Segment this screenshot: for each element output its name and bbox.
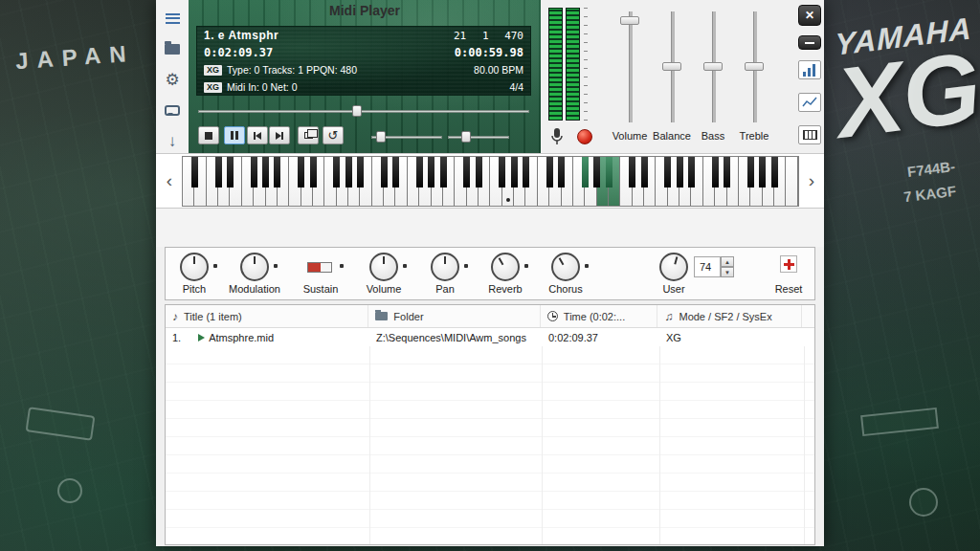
left-toolbar: ⚙ ↓ — [156, 0, 189, 153]
table-row[interactable]: 1. Atmsphre.mid Z:\Sequences\MIDI\Awm_so… — [166, 328, 814, 346]
slider-thumb[interactable] — [376, 131, 386, 143]
piano-black-key[interactable] — [251, 157, 257, 187]
step-up-icon[interactable]: ▲ — [721, 256, 734, 267]
bass-thumb[interactable] — [703, 62, 723, 71]
microphone-button[interactable] — [549, 127, 565, 145]
piano-black-key[interactable] — [523, 157, 529, 187]
user-stepper[interactable]: ▲▼ — [721, 256, 734, 277]
sustain-switch[interactable] — [307, 262, 332, 273]
close-button[interactable]: ✕ — [798, 5, 821, 26]
settings-button[interactable]: ⚙ — [160, 67, 185, 92]
user-knob[interactable] — [659, 253, 688, 281]
piano-black-key[interactable] — [606, 157, 612, 187]
progress-thumb[interactable] — [352, 105, 362, 117]
bar-chart-view-button[interactable] — [798, 60, 821, 79]
duplicate-window-button[interactable] — [298, 126, 319, 144]
volume-thumb[interactable] — [620, 16, 639, 25]
lcd-display: 1. e Atmsphr 21 1 470 0:02:09.37 0:00:59… — [196, 26, 531, 96]
piano-black-key[interactable] — [440, 157, 447, 187]
piano-black-key[interactable] — [641, 157, 648, 187]
balance-slider[interactable] — [662, 11, 681, 122]
scroll-keyboard-right-button[interactable]: › — [801, 164, 822, 198]
line-chart-view-button[interactable] — [798, 93, 821, 112]
piano-black-key[interactable] — [392, 157, 399, 187]
piano-black-key[interactable] — [463, 157, 470, 187]
scroll-keyboard-left-button[interactable]: ‹ — [159, 164, 180, 198]
piano-black-key[interactable] — [381, 157, 388, 187]
time-column-header[interactable]: Time (0:02:... — [541, 305, 658, 327]
mode-column-header[interactable]: ♫ Mode / SF2 / SysEx — [657, 305, 802, 327]
chorus-label: Chorus — [532, 283, 599, 295]
pitch-label: Pitch — [161, 283, 228, 295]
piano-black-key[interactable] — [262, 157, 269, 187]
piano-black-key[interactable] — [771, 157, 778, 187]
piano-black-key[interactable] — [677, 157, 683, 187]
comments-button[interactable] — [160, 98, 185, 122]
piano-black-key[interactable] — [712, 157, 719, 187]
piano-black-key[interactable] — [215, 157, 222, 187]
piano-black-key[interactable] — [428, 157, 434, 187]
treble-thumb[interactable] — [745, 62, 764, 71]
balance-thumb[interactable] — [662, 62, 681, 71]
step-down-icon[interactable]: ▼ — [721, 267, 734, 277]
stop-button[interactable] — [198, 126, 219, 144]
volume-slider[interactable] — [620, 11, 639, 122]
folder-column-header[interactable]: Folder — [368, 305, 540, 327]
menu-button[interactable] — [160, 6, 185, 31]
small-slider-right[interactable] — [448, 131, 509, 143]
restart-button[interactable]: ↺ — [323, 126, 344, 144]
piano-black-key[interactable] — [310, 157, 317, 187]
next-button[interactable] — [269, 126, 290, 144]
download-button[interactable]: ↓ — [160, 128, 185, 153]
piano-black-key[interactable] — [357, 157, 364, 187]
reset-button[interactable] — [780, 255, 797, 273]
piano-black-key[interactable] — [298, 157, 304, 187]
user-value[interactable]: 74 — [694, 256, 721, 277]
pause-button[interactable] — [224, 126, 245, 144]
treble-slider[interactable] — [745, 11, 764, 122]
reset-label: Reset — [755, 283, 822, 295]
keyboard-view-button[interactable] — [798, 125, 821, 144]
volume-knob[interactable] — [369, 253, 398, 281]
piano-black-key[interactable] — [416, 157, 423, 187]
piano-black-key[interactable] — [274, 157, 280, 187]
bass-slider[interactable] — [703, 11, 723, 122]
small-slider-left[interactable] — [371, 131, 442, 143]
piano-black-key[interactable] — [759, 157, 766, 187]
piano-black-key[interactable] — [688, 157, 695, 187]
piano-black-key[interactable] — [724, 157, 730, 187]
pan-knob[interactable] — [431, 253, 459, 281]
chorus-knob[interactable] — [551, 253, 580, 281]
piano-black-key[interactable] — [345, 157, 352, 187]
open-folder-button[interactable] — [160, 36, 185, 61]
progress-slider[interactable] — [198, 105, 529, 117]
program-bar: Show All Program 000 --- ▼ Bank MSB 0 ▲▼… — [156, 209, 824, 247]
pitch-knob[interactable] — [180, 253, 209, 281]
previous-button[interactable] — [247, 126, 268, 144]
piano-black-key[interactable] — [546, 157, 553, 187]
piano-black-key[interactable] — [629, 157, 635, 187]
midi-player-window: Midi Player ⚙ ↓ 1. e Atmsphr 21 1 470 — [156, 0, 824, 546]
title-column-header[interactable]: ♪ Title (1 item) — [166, 305, 368, 327]
piano-keyboard[interactable] — [182, 156, 799, 207]
piano-black-key[interactable] — [582, 157, 589, 187]
piano-black-key[interactable] — [333, 157, 340, 187]
piano-black-key[interactable] — [476, 157, 482, 187]
piano-white-key[interactable] — [786, 157, 797, 206]
record-button[interactable] — [577, 129, 592, 144]
piano-black-key[interactable] — [191, 157, 198, 187]
piano-black-key[interactable] — [511, 157, 518, 187]
speech-bubble-icon — [165, 105, 180, 116]
piano-black-key[interactable] — [499, 157, 505, 187]
minimize-button[interactable] — [798, 35, 821, 50]
piano-black-key[interactable] — [593, 157, 600, 187]
slider-thumb[interactable] — [461, 131, 471, 143]
piano-black-key[interactable] — [558, 157, 565, 187]
music-notes-icon: ♫ — [664, 310, 673, 323]
piano-black-key[interactable] — [227, 157, 234, 187]
modulation-knob[interactable] — [240, 253, 269, 281]
piano-black-key[interactable] — [747, 157, 754, 187]
piano-black-key[interactable] — [664, 157, 671, 187]
file-type-info: Type: 0 Tracks: 1 PPQN: 480 — [227, 64, 357, 76]
reverb-knob[interactable] — [491, 253, 520, 281]
